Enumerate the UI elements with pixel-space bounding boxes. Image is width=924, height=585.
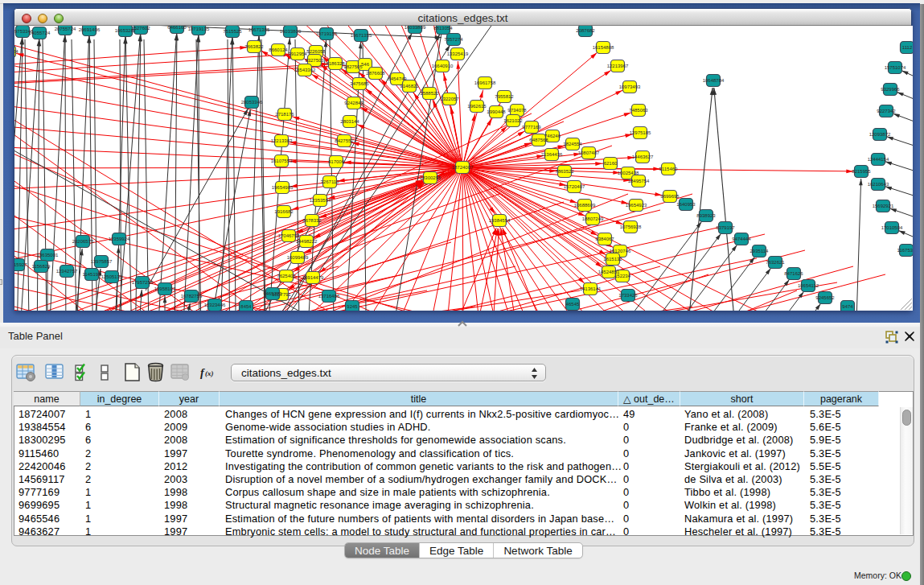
svg-text:10719155: 10719155 bbox=[316, 31, 338, 36]
svg-text:9115460: 9115460 bbox=[659, 167, 679, 171]
svg-text:417006: 417006 bbox=[328, 159, 345, 164]
svg-text:1990448: 1990448 bbox=[487, 109, 506, 114]
svg-text:16099489: 16099489 bbox=[287, 255, 309, 260]
svg-text:8678332: 8678332 bbox=[302, 218, 322, 223]
svg-text:10671355: 10671355 bbox=[351, 33, 372, 38]
svg-text:15751074: 15751074 bbox=[885, 65, 906, 70]
svg-text:14136141: 14136141 bbox=[580, 286, 602, 291]
svg-text:1916682: 1916682 bbox=[274, 209, 294, 214]
svg-text:6466160: 6466160 bbox=[167, 26, 187, 30]
svg-text:12444154: 12444154 bbox=[868, 157, 889, 162]
svg-text:8471626: 8471626 bbox=[784, 271, 803, 276]
svg-text:9827505: 9827505 bbox=[343, 64, 363, 69]
svg-text:8938923: 8938923 bbox=[696, 213, 716, 218]
svg-text:7955812: 7955812 bbox=[495, 94, 514, 99]
svg-text:6487568: 6487568 bbox=[529, 138, 548, 142]
svg-text:9245: 9245 bbox=[347, 304, 358, 309]
svg-text:3912954: 3912954 bbox=[288, 51, 307, 56]
svg-text:8660124: 8660124 bbox=[269, 47, 288, 52]
svg-text:10025438: 10025438 bbox=[618, 171, 639, 175]
svg-text:7632621: 7632621 bbox=[766, 260, 785, 265]
svg-text:9329966: 9329966 bbox=[881, 87, 900, 92]
svg-text:9384067: 9384067 bbox=[595, 237, 614, 241]
svg-text:18807249: 18807249 bbox=[582, 216, 604, 221]
svg-text:9327503: 9327503 bbox=[305, 58, 324, 63]
svg-text:9242843: 9242843 bbox=[344, 101, 363, 105]
svg-text:19654923: 19654923 bbox=[626, 203, 647, 208]
svg-text:1615132: 1615132 bbox=[603, 257, 622, 262]
svg-text:152234: 152234 bbox=[614, 274, 631, 278]
svg-text:20206575: 20206575 bbox=[72, 239, 94, 244]
svg-text:9465771: 9465771 bbox=[263, 291, 282, 296]
svg-text:12975185: 12975185 bbox=[630, 130, 651, 135]
svg-text:17046798: 17046798 bbox=[278, 233, 300, 238]
svg-text:14498222: 14498222 bbox=[296, 239, 318, 244]
svg-text:1621022: 1621022 bbox=[503, 118, 523, 123]
svg-text:1640953: 1640953 bbox=[676, 202, 696, 207]
svg-text:18724007: 18724007 bbox=[452, 165, 474, 170]
svg-text:546: 546 bbox=[361, 62, 370, 67]
svg-text:9734078: 9734078 bbox=[507, 108, 527, 113]
svg-text:9474: 9474 bbox=[842, 304, 853, 309]
svg-text:7863522: 7863522 bbox=[555, 169, 574, 174]
svg-text:7357274: 7357274 bbox=[444, 37, 463, 42]
svg-text:46545: 46545 bbox=[566, 302, 580, 307]
svg-text:10648784: 10648784 bbox=[703, 78, 725, 83]
svg-text:1167534: 1167534 bbox=[897, 248, 913, 253]
svg-text:12213383: 12213383 bbox=[271, 138, 293, 143]
svg-text:16782759: 16782759 bbox=[181, 294, 203, 299]
svg-text:3475685: 3475685 bbox=[350, 81, 369, 86]
svg-text:1824554: 1824554 bbox=[563, 142, 582, 146]
svg-text:16120746: 16120746 bbox=[610, 249, 631, 253]
svg-text:2935114: 2935114 bbox=[750, 249, 770, 253]
svg-text:8813054: 8813054 bbox=[433, 26, 453, 31]
svg-text:12342757: 12342757 bbox=[56, 269, 78, 274]
svg-text:14055724: 14055724 bbox=[29, 31, 51, 35]
svg-text:1112: 1112 bbox=[902, 45, 913, 50]
svg-text:15720407: 15720407 bbox=[564, 184, 585, 189]
svg-text:12359924: 12359924 bbox=[109, 237, 130, 241]
svg-text:12093872: 12093872 bbox=[869, 132, 891, 137]
svg-text:2718176: 2718176 bbox=[275, 112, 294, 117]
svg-text:9777169: 9777169 bbox=[522, 125, 541, 130]
svg-text:7515525: 7515525 bbox=[223, 29, 242, 34]
svg-text:2087682: 2087682 bbox=[576, 28, 595, 33]
svg-text:(x): (x) bbox=[205, 369, 214, 377]
svg-text:1588520: 1588520 bbox=[420, 91, 439, 96]
svg-text:13325419: 13325419 bbox=[447, 51, 469, 56]
svg-text:10807487: 10807487 bbox=[578, 150, 600, 155]
svg-text:9474444: 9474444 bbox=[732, 237, 751, 241]
svg-text:1145193: 1145193 bbox=[83, 272, 102, 277]
svg-text:8215955: 8215955 bbox=[852, 169, 871, 174]
svg-text:14463627: 14463627 bbox=[632, 154, 654, 159]
svg-text:13958107: 13958107 bbox=[154, 286, 176, 291]
svg-text:13975857: 13975857 bbox=[91, 259, 113, 264]
svg-text:9699695: 9699695 bbox=[660, 194, 680, 199]
svg-text:10671385: 10671385 bbox=[248, 27, 270, 32]
svg-text:18495754: 18495754 bbox=[628, 179, 650, 183]
svg-text:7485063: 7485063 bbox=[629, 108, 648, 113]
svg-text:10973493: 10973493 bbox=[619, 84, 641, 89]
svg-text:3860124: 3860124 bbox=[14, 49, 18, 54]
svg-text:8427552: 8427552 bbox=[335, 138, 354, 143]
svg-text:7625402: 7625402 bbox=[277, 274, 296, 278]
svg-text:19654985: 19654985 bbox=[272, 185, 294, 190]
svg-text:12323446: 12323446 bbox=[204, 303, 226, 307]
svg-text:8454: 8454 bbox=[240, 304, 252, 309]
svg-text:17010504: 17010504 bbox=[881, 225, 903, 230]
svg-text:18635001: 18635001 bbox=[37, 253, 59, 257]
svg-text:62160: 62160 bbox=[604, 161, 618, 166]
svg-text:16961758: 16961758 bbox=[474, 80, 496, 85]
svg-text:16107553: 16107553 bbox=[271, 159, 293, 163]
svg-text:1527602: 1527602 bbox=[131, 26, 150, 31]
svg-text:1322057: 1322057 bbox=[440, 97, 459, 101]
svg-text:21364436: 21364436 bbox=[541, 152, 563, 157]
svg-text:17957255: 17957255 bbox=[132, 280, 154, 285]
svg-text:10688609: 10688609 bbox=[574, 203, 596, 208]
svg-text:10654112: 10654112 bbox=[798, 283, 819, 288]
svg-text:1156829: 1156829 bbox=[32, 264, 51, 269]
svg-text:16914479: 16914479 bbox=[302, 275, 324, 280]
svg-text:16033809: 16033809 bbox=[405, 26, 426, 30]
svg-text:16210643: 16210643 bbox=[868, 182, 889, 187]
svg-text:12353594: 12353594 bbox=[310, 198, 331, 203]
